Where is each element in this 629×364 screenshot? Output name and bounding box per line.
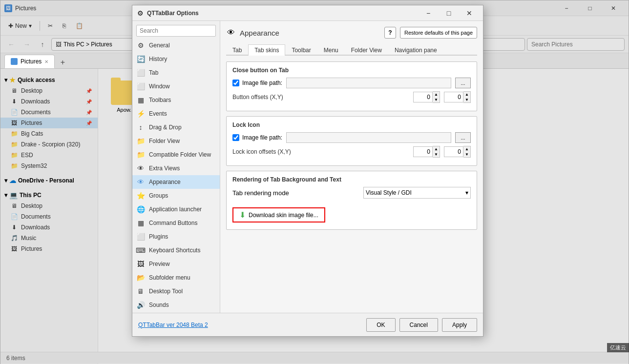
lock-offset-x-btns: ▲ ▼ bbox=[433, 146, 440, 158]
content-title: Appearance bbox=[240, 29, 279, 37]
folderview-icon: 📁 bbox=[136, 137, 145, 145]
browse-button[interactable]: ... bbox=[455, 78, 471, 88]
inner-tab-toolbar[interactable]: Toolbar bbox=[285, 44, 317, 56]
dialog-maximize-button[interactable]: □ bbox=[439, 7, 459, 19]
lock-offset-y-up[interactable]: ▲ bbox=[463, 146, 470, 152]
menu-item-command-btns[interactable]: ▦ Command Buttons bbox=[132, 216, 220, 230]
offset-y-input[interactable] bbox=[444, 92, 463, 102]
rendering-mode-dropdown[interactable]: Visual Style / GDI ▾ bbox=[363, 187, 471, 199]
watermark: 亿速云 bbox=[607, 343, 629, 352]
dialog-overlay: ⚙ QTTabBar Options − □ ✕ ⚙ General 🔄 His bbox=[0, 0, 629, 364]
tab-close-icon[interactable]: ✕ bbox=[44, 59, 48, 64]
dialog-titlebar: ⚙ QTTabBar Options − □ ✕ bbox=[132, 5, 483, 21]
dialog-minimize-button[interactable]: − bbox=[419, 7, 438, 19]
close-button-section: Close button on Tab Image file path: ...… bbox=[226, 61, 477, 111]
offset-y-down[interactable]: ▼ bbox=[463, 97, 470, 102]
apply-button[interactable]: Apply bbox=[442, 318, 477, 332]
menu-item-subfolder[interactable]: 📂 Subfolder menu bbox=[132, 271, 220, 284]
inner-tab-folderview[interactable]: Folder View bbox=[345, 44, 388, 56]
image-file-path-input[interactable] bbox=[286, 78, 451, 88]
content-title-icon: 👁 bbox=[226, 28, 236, 38]
menu-item-compatible-folderview[interactable]: 📁 Compatible Folder View bbox=[132, 148, 220, 162]
desktop-tool-icon: 🖥 bbox=[136, 287, 145, 296]
offset-x-up[interactable]: ▲ bbox=[433, 92, 440, 97]
rendering-mode-row: Tab rendering mode Visual Style / GDI ▾ bbox=[232, 187, 471, 199]
menu-item-general[interactable]: ⚙ General bbox=[132, 39, 220, 52]
rendering-mode-label: Tab rendering mode bbox=[232, 189, 289, 197]
lock-icon-section-title: Lock Icon bbox=[232, 121, 471, 128]
menu-item-groups[interactable]: ⭐ Groups bbox=[132, 189, 220, 202]
download-skin-button[interactable]: ⬇ Download skin image file... bbox=[232, 207, 325, 222]
lock-offset-y-input[interactable] bbox=[444, 146, 463, 157]
offset-y-spinbox: ▲ ▼ bbox=[444, 91, 471, 103]
lock-icon-section: Lock Icon Image file path: ... Lock icon… bbox=[226, 116, 477, 166]
menu-item-preview[interactable]: 🖼 Preview bbox=[132, 257, 220, 271]
help-button[interactable]: ? bbox=[384, 27, 396, 39]
dialog-title-icon: ⚙ bbox=[136, 9, 144, 17]
offset-y-spinbox-btns: ▲ ▼ bbox=[463, 91, 471, 103]
inner-tab-tab[interactable]: Tab bbox=[226, 44, 248, 56]
menu-item-events[interactable]: ⚡ Events bbox=[132, 107, 220, 121]
offset-x-spinbox-btns: ▲ ▼ bbox=[433, 91, 440, 103]
menu-item-desktop-tool[interactable]: 🖥 Desktop Tool bbox=[132, 284, 220, 298]
lock-offsets-inputs: ▲ ▼ ▲ ▼ bbox=[413, 146, 471, 158]
inner-tab-menu[interactable]: Menu bbox=[317, 44, 345, 56]
pictures-tab[interactable]: Pictures ✕ bbox=[4, 55, 55, 68]
dialog-close-button[interactable]: ✕ bbox=[460, 7, 479, 19]
tab-icon: ⬜ bbox=[136, 68, 145, 77]
offsets-label: Button offsets (X,Y) bbox=[232, 94, 283, 101]
lock-image-file-path-input[interactable] bbox=[286, 132, 451, 143]
menu-item-app-launcher[interactable]: 🌐 Application launcher bbox=[132, 202, 220, 216]
offsets-inputs: ▲ ▼ ▲ ▼ bbox=[413, 91, 471, 103]
ok-button[interactable]: OK bbox=[366, 318, 395, 332]
restore-defaults-button[interactable]: Restore defaults of this page bbox=[400, 27, 477, 39]
inner-tab-skins[interactable]: Tab skins bbox=[248, 44, 285, 56]
events-icon: ⚡ bbox=[136, 109, 145, 118]
menu-item-folderview[interactable]: 📁 Folder View bbox=[132, 134, 220, 148]
lock-offset-y-btns: ▲ ▼ bbox=[463, 146, 471, 158]
menu-search-input[interactable] bbox=[136, 25, 216, 37]
appearance-icon: 👁 bbox=[136, 178, 145, 186]
inner-tab-navpane[interactable]: Navigation pane bbox=[388, 44, 443, 56]
dialog-right-content: 👁 Appearance ? Restore defaults of this … bbox=[220, 21, 483, 313]
lock-image-row: Image file path: ... bbox=[232, 132, 471, 143]
menu-item-sounds[interactable]: 🔊 Sounds bbox=[132, 298, 220, 312]
menu-item-plugins[interactable]: ⬜ Plugins bbox=[132, 230, 220, 243]
lock-offset-x-up[interactable]: ▲ bbox=[433, 146, 440, 152]
download-arrow-icon: ⬇ bbox=[239, 210, 246, 220]
offset-y-up[interactable]: ▲ bbox=[463, 92, 470, 97]
menu-item-appearance[interactable]: 👁 Appearance bbox=[132, 175, 220, 189]
history-icon: 🔄 bbox=[136, 55, 145, 63]
lock-offset-x-input[interactable] bbox=[413, 146, 433, 157]
menu-item-toolbars[interactable]: ▦ Toolbars bbox=[132, 93, 220, 107]
lock-image-file-checkbox[interactable] bbox=[232, 134, 239, 141]
version-link[interactable]: QTTabBar ver 2048 Beta 2 bbox=[138, 322, 208, 328]
dialog-controls: − □ ✕ bbox=[419, 7, 479, 19]
image-file-checkbox[interactable] bbox=[232, 80, 239, 86]
offset-x-spinbox: ▲ ▼ bbox=[413, 91, 440, 103]
compatible-fv-icon: 📁 bbox=[136, 150, 145, 159]
lock-offset-y-down[interactable]: ▼ bbox=[463, 152, 470, 157]
footer-buttons: OK Cancel Apply bbox=[366, 318, 477, 332]
keyboard-icon: ⌨ bbox=[136, 246, 145, 255]
sounds-icon: 🔊 bbox=[136, 301, 145, 309]
lock-offset-x-down[interactable]: ▼ bbox=[433, 152, 440, 157]
menu-item-dragdrop[interactable]: ↕ Drag & Drop bbox=[132, 121, 220, 134]
lock-offset-y-spinbox: ▲ ▼ bbox=[444, 146, 471, 158]
groups-icon: ⭐ bbox=[136, 191, 145, 200]
menu-item-keyboard[interactable]: ⌨ Keyboard Shortcuts bbox=[132, 243, 220, 257]
lock-browse-button[interactable]: ... bbox=[455, 132, 471, 143]
menu-item-window[interactable]: ⬜ Window bbox=[132, 80, 220, 93]
preview-icon: 🖼 bbox=[136, 260, 145, 268]
menu-item-tab[interactable]: ⬜ Tab bbox=[132, 66, 220, 80]
close-button-section-title: Close button on Tab bbox=[232, 67, 471, 74]
menu-item-history[interactable]: 🔄 History bbox=[132, 52, 220, 66]
extra-views-icon: 👁 bbox=[136, 164, 145, 173]
offset-x-input[interactable] bbox=[413, 92, 433, 102]
cancel-button[interactable]: Cancel bbox=[399, 318, 438, 332]
lock-image-file-label: Image file path: bbox=[232, 134, 282, 141]
menu-item-extra-views[interactable]: 👁 Extra Views bbox=[132, 162, 220, 175]
plugins-icon: ⬜ bbox=[136, 232, 145, 241]
lock-offsets-label: Lock icon offsets (X,Y) bbox=[232, 148, 291, 155]
offset-x-down[interactable]: ▼ bbox=[433, 97, 440, 102]
